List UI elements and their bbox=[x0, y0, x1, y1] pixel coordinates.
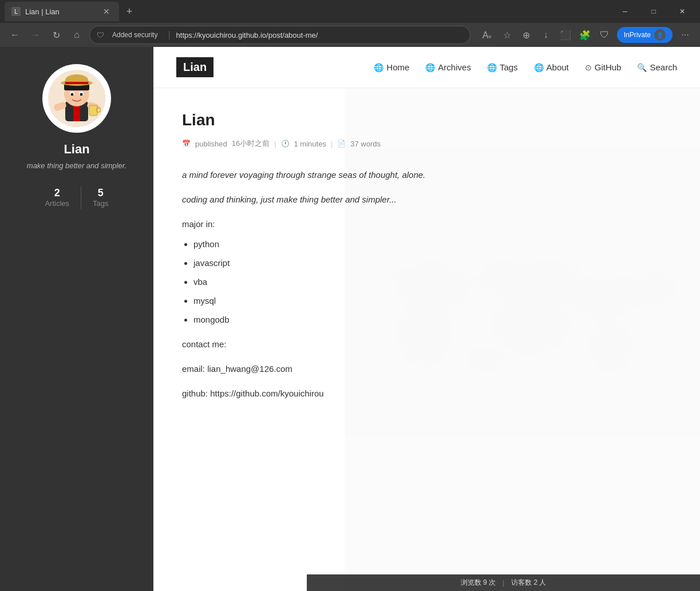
contact-label: contact me: bbox=[182, 336, 671, 352]
articles-label: Articles bbox=[45, 199, 69, 208]
new-tab-button[interactable]: + bbox=[121, 3, 137, 19]
clock-icon: 🕐 bbox=[281, 140, 290, 148]
document-icon: 📄 bbox=[337, 140, 346, 148]
page-wrapper: Lian make thing better and simpler. 2 Ar… bbox=[0, 47, 700, 591]
close-button[interactable]: ✕ bbox=[669, 2, 695, 21]
calendar-icon: 📅 bbox=[182, 140, 191, 148]
extensions-button[interactable]: 🧩 bbox=[577, 27, 593, 43]
favorites-button[interactable]: ☆ bbox=[499, 27, 515, 43]
nav-tags[interactable]: 🌐 Tags bbox=[487, 62, 518, 72]
downloads-button[interactable]: ↓ bbox=[538, 27, 554, 43]
page-visitors: 访客数 2 人 bbox=[511, 578, 546, 588]
tab-title: Lian | Lian bbox=[25, 7, 96, 16]
skills-list: python javascript vba mysql mongodb bbox=[193, 236, 671, 327]
read-aloud-button[interactable]: Aᵥ bbox=[480, 27, 496, 43]
email-value: lian_hwang@126.com bbox=[207, 364, 292, 374]
meta-sep-2: | bbox=[331, 140, 333, 148]
globe-icon-home: 🌐 bbox=[374, 63, 383, 72]
nav-about[interactable]: 🌐 About bbox=[534, 62, 569, 72]
collections-button[interactable]: ⊕ bbox=[519, 27, 535, 43]
maximize-button[interactable]: □ bbox=[640, 2, 667, 21]
contact-github: github: https://github.com/kyouichirou bbox=[182, 386, 671, 401]
toolbar-icons: Aᵥ ☆ ⊕ ↓ ⬛ 🧩 🛡 bbox=[480, 27, 612, 43]
globe-icon-about: 🌐 bbox=[534, 63, 544, 72]
profile-avatar: 👤 bbox=[654, 29, 666, 41]
nav-archives-label: Archives bbox=[438, 62, 471, 72]
browser-chrome: L Lian | Lian ✕ + ─ □ ✕ ← → ↻ ⌂ 🛡 Added … bbox=[0, 0, 700, 47]
read-time: 1 minutes bbox=[294, 140, 326, 148]
globe-icon-tags: 🌐 bbox=[487, 63, 497, 72]
footer-separator: | bbox=[503, 579, 504, 587]
article-quote: a mind forever voyaging through strange … bbox=[182, 167, 671, 183]
forward-button[interactable]: → bbox=[27, 27, 43, 43]
browser-essentials-button[interactable]: 🛡 bbox=[596, 27, 612, 43]
sidebar-tagline: make thing better and simpler. bbox=[27, 161, 126, 170]
sidebar-stats: 2 Articles 5 Tags bbox=[11, 186, 142, 209]
inprivate-button[interactable]: InPrivate 👤 bbox=[617, 27, 673, 43]
avatar bbox=[48, 70, 105, 127]
nav-tags-label: Tags bbox=[500, 62, 518, 72]
url-text: https://kyouichirou.github.io/post/about… bbox=[176, 31, 318, 39]
major-label: major in: bbox=[182, 216, 671, 232]
tab-favicon: L bbox=[11, 7, 21, 16]
article-area: Lian 📅 published 16小时之前 | 🕐 1 minutes | … bbox=[153, 88, 700, 433]
sidebar-username: Lian bbox=[64, 142, 89, 157]
github-value: https://github.com/kyouichirou bbox=[210, 388, 323, 398]
tab-close-button[interactable]: ✕ bbox=[101, 6, 112, 17]
nav-about-label: About bbox=[547, 62, 569, 72]
github-label-contact: github: bbox=[182, 388, 210, 398]
url-separator: | bbox=[165, 30, 172, 40]
nav-archives[interactable]: 🌐 Archives bbox=[425, 62, 471, 72]
contact-email: email: lian_hwang@126.com bbox=[182, 361, 671, 376]
site-header: Lian 🌐 Home 🌐 Archives 🌐 Tags 🌐 About bbox=[153, 47, 700, 88]
articles-count: 2 bbox=[54, 187, 60, 199]
nav-github-label: GitHub bbox=[595, 62, 622, 72]
home-button[interactable]: ⌂ bbox=[69, 27, 85, 43]
page-views: 浏览数 9 次 bbox=[461, 578, 496, 588]
screenshot-button[interactable]: ⬛ bbox=[557, 27, 574, 43]
browser-tab[interactable]: L Lian | Lian ✕ bbox=[5, 2, 119, 21]
nav-github[interactable]: ⊙ GitHub bbox=[585, 62, 622, 72]
svg-point-9 bbox=[80, 93, 83, 96]
security-icon: 🛡 bbox=[97, 31, 104, 39]
nav-home[interactable]: 🌐 Home bbox=[374, 62, 409, 72]
skill-mongodb: mongodb bbox=[193, 312, 671, 327]
tags-stat[interactable]: 5 Tags bbox=[81, 187, 120, 208]
skill-javascript: javascript bbox=[193, 255, 671, 271]
footer-stats-bar: 浏览数 9 次 | 访客数 2 人 bbox=[307, 574, 700, 591]
globe-icon-archives: 🌐 bbox=[425, 63, 435, 72]
github-icon: ⊙ bbox=[585, 63, 592, 72]
article-body: a mind forever voyaging through strange … bbox=[182, 167, 671, 401]
search-icon: 🔍 bbox=[637, 63, 647, 72]
browser-toolbar: ← → ↻ ⌂ 🛡 Added security | https://kyoui… bbox=[0, 23, 700, 47]
tags-label: Tags bbox=[93, 199, 108, 208]
skill-vba: vba bbox=[193, 274, 671, 289]
site-nav: 🌐 Home 🌐 Archives 🌐 Tags 🌐 About ⊙ bbox=[374, 62, 677, 72]
site-logo[interactable]: Lian bbox=[176, 57, 213, 77]
tags-count: 5 bbox=[98, 187, 104, 199]
window-controls: ─ □ ✕ bbox=[612, 2, 695, 21]
security-badge: Added security bbox=[108, 31, 162, 39]
article-title: Lian bbox=[182, 111, 671, 129]
articles-stat[interactable]: 2 Articles bbox=[33, 187, 81, 208]
refresh-button[interactable]: ↻ bbox=[48, 27, 64, 43]
more-options-button[interactable]: ··· bbox=[677, 27, 693, 43]
back-button[interactable]: ← bbox=[7, 27, 23, 43]
url-bar[interactable]: 🛡 Added security | https://kyouichirou.g… bbox=[89, 26, 470, 44]
skill-python: python bbox=[193, 236, 671, 252]
svg-point-8 bbox=[71, 93, 74, 96]
avatar-container bbox=[42, 64, 111, 133]
browser-titlebar: L Lian | Lian ✕ + ─ □ ✕ bbox=[0, 0, 700, 23]
article-meta: 📅 published 16小时之前 | 🕐 1 minutes | 📄 37 … bbox=[182, 138, 671, 149]
published-label: published bbox=[195, 140, 227, 148]
nav-search[interactable]: 🔍 Search bbox=[637, 62, 677, 72]
word-count: 37 words bbox=[350, 140, 381, 148]
published-time: 16小时之前 bbox=[232, 138, 270, 149]
svg-rect-12 bbox=[65, 82, 88, 84]
nav-search-label: Search bbox=[650, 62, 677, 72]
meta-sep-1: | bbox=[274, 140, 276, 148]
minimize-button[interactable]: ─ bbox=[612, 2, 638, 21]
article-tagline: coding and thinking, just make thing bet… bbox=[182, 192, 671, 207]
main-content: Lian 🌐 Home 🌐 Archives 🌐 Tags 🌐 About bbox=[153, 47, 700, 591]
inprivate-label: InPrivate bbox=[624, 31, 651, 39]
